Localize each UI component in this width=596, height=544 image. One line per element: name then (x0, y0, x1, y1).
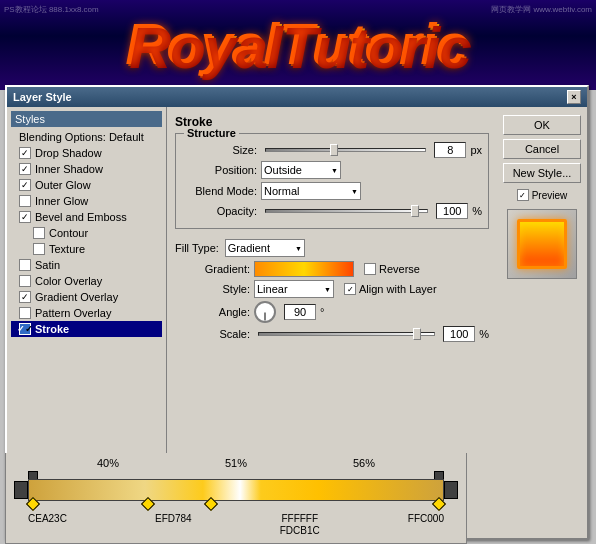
gradient-overlay-checkbox[interactable] (19, 291, 31, 303)
fill-type-select[interactable]: Gradient (225, 239, 305, 257)
sidebar-item-drop-shadow[interactable]: Drop Shadow (11, 145, 162, 161)
sidebar-item-color-overlay[interactable]: Color Overlay (11, 273, 162, 289)
opacity-input[interactable] (436, 203, 468, 219)
position-label: Position: (182, 164, 257, 176)
bevel-emboss-checkbox[interactable] (19, 211, 31, 223)
banner-title: RoyalTutoric (127, 12, 468, 79)
fill-type-label: Fill Type: (175, 242, 219, 254)
sidebar-item-label: Contour (49, 227, 88, 239)
sidebar-item-bevel-emboss[interactable]: Bevel and Emboss (11, 209, 162, 225)
sidebar-item-label: Texture (49, 243, 85, 255)
scale-slider[interactable] (258, 332, 435, 336)
drop-shadow-checkbox[interactable] (19, 147, 31, 159)
position-row: Position: Outside (182, 161, 482, 179)
sidebar-item-pattern-overlay[interactable]: Pattern Overlay (11, 305, 162, 321)
inner-glow-checkbox[interactable] (19, 195, 31, 207)
reverse-checkbox[interactable] (364, 263, 376, 275)
sidebar-item-gradient-overlay[interactable]: Gradient Overlay (11, 289, 162, 305)
satin-checkbox[interactable] (19, 259, 31, 271)
angle-hand (265, 312, 266, 320)
watermark-left: PS教程论坛 888.1xx8.com (4, 4, 99, 15)
color-overlay-checkbox[interactable] (19, 275, 31, 287)
inner-shadow-checkbox[interactable] (19, 163, 31, 175)
preview-checkbox[interactable] (517, 189, 529, 201)
size-label: Size: (182, 144, 257, 156)
style-row: Style: Linear Align with Layer (175, 280, 489, 298)
gradient-bar-rect[interactable] (28, 479, 444, 501)
style-label: Style: (175, 283, 250, 295)
gradient-end-left[interactable] (14, 481, 28, 499)
stroke-checkbox[interactable]: ✓ (19, 323, 31, 335)
sidebar-item-satin[interactable]: Satin (11, 257, 162, 273)
color-label-1: CEA23C (28, 513, 67, 537)
align-layer-row: Align with Layer (344, 283, 437, 295)
sidebar-item-inner-glow[interactable]: Inner Glow (11, 193, 162, 209)
gradient-swatch[interactable] (254, 261, 354, 277)
pattern-overlay-checkbox[interactable] (19, 307, 31, 319)
contour-checkbox[interactable] (33, 227, 45, 239)
dialog-close-button[interactable]: × (567, 90, 581, 104)
right-buttons-panel: OK Cancel New Style... Preview (497, 107, 587, 538)
sidebar-item-texture[interactable]: Texture (11, 241, 162, 257)
structure-group: Structure Size: px Position: Outside (175, 133, 489, 229)
opacity-slider[interactable] (265, 209, 428, 213)
fill-type-row: Fill Type: Gradient (175, 235, 489, 257)
texture-checkbox[interactable] (33, 243, 45, 255)
color-label-2: EFD784 (155, 513, 192, 537)
sidebar-item-label: Drop Shadow (35, 147, 102, 159)
outer-glow-checkbox[interactable] (19, 179, 31, 191)
size-slider[interactable] (265, 148, 426, 152)
gradient-end-right[interactable] (444, 481, 458, 499)
sidebar-header: Styles (11, 111, 162, 127)
size-input[interactable] (434, 142, 466, 158)
color-label-4: FFC000 (408, 513, 444, 537)
sidebar-item-label: Color Overlay (35, 275, 102, 287)
percent-label-1: 40% (97, 457, 119, 469)
sidebar-item-label: Pattern Overlay (35, 307, 111, 319)
size-unit: px (470, 144, 482, 156)
color-label-3: FFFFFFFDCB1C (280, 513, 320, 537)
opacity-unit: % (472, 205, 482, 217)
structure-title: Structure (184, 127, 239, 139)
sidebar-item-inner-shadow[interactable]: Inner Shadow (11, 161, 162, 177)
gradient-row: Gradient: Reverse (175, 261, 489, 277)
dialog-titlebar: Layer Style × (7, 87, 587, 107)
preview-inner (517, 219, 567, 269)
ok-button[interactable]: OK (503, 115, 581, 135)
gradient-bar-handles (14, 471, 458, 511)
angle-label: Angle: (175, 306, 250, 318)
sidebar-item-stroke[interactable]: ✓ Stroke (11, 321, 162, 337)
opacity-row: Opacity: % (182, 203, 482, 219)
scale-label: Scale: (175, 328, 250, 340)
sidebar-item-label: Inner Shadow (35, 163, 103, 175)
blend-mode-label: Blend Mode: (182, 185, 257, 197)
sidebar-item-label: Blending Options: Default (19, 131, 144, 143)
position-select[interactable]: Outside (261, 161, 341, 179)
scale-input[interactable] (443, 326, 475, 342)
angle-input[interactable] (284, 304, 316, 320)
style-select[interactable]: Linear (254, 280, 334, 298)
sidebar-item-contour[interactable]: Contour (11, 225, 162, 241)
percent-label-3: 56% (353, 457, 375, 469)
size-row: Size: px (182, 142, 482, 158)
align-layer-checkbox[interactable] (344, 283, 356, 295)
sidebar-item-outer-glow[interactable]: Outer Glow (11, 177, 162, 193)
preview-label-row: Preview (503, 189, 581, 201)
angle-unit: ° (320, 306, 324, 318)
blend-mode-row: Blend Mode: Normal (182, 182, 482, 200)
angle-row: Angle: ° (175, 301, 489, 323)
sidebar-item-blending-options[interactable]: Blending Options: Default (11, 129, 162, 145)
percent-label-2: 51% (225, 457, 247, 469)
angle-dial[interactable] (254, 301, 276, 323)
cancel-button[interactable]: Cancel (503, 139, 581, 159)
reverse-label: Reverse (379, 263, 420, 275)
blend-mode-select[interactable]: Normal (261, 182, 361, 200)
gradient-editor-section: 40% 51% 56% CEA23C EFD784 FFFFFFFDCB1C F… (5, 453, 467, 544)
sidebar-item-label: Stroke (35, 323, 69, 335)
banner: PS教程论坛 888.1xx8.com RoyalTutoric 网页教学网 w… (0, 0, 596, 90)
new-style-button[interactable]: New Style... (503, 163, 581, 183)
percent-labels-row: 40% 51% 56% (14, 457, 458, 469)
scale-row: Scale: % (175, 326, 489, 342)
align-layer-label: Align with Layer (359, 283, 437, 295)
reverse-checkbox-row: Reverse (364, 263, 420, 275)
